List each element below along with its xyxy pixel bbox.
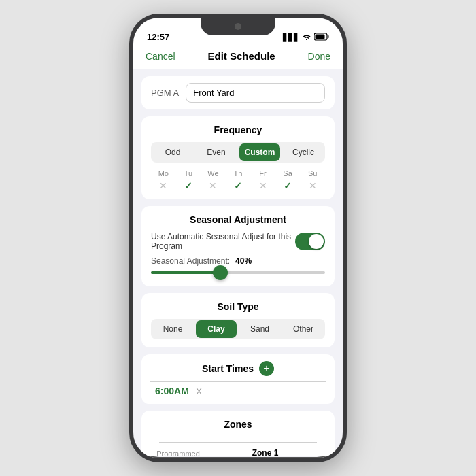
svg-rect-2	[328, 35, 329, 38]
day-su: Su	[303, 169, 322, 177]
battery-icon	[314, 33, 329, 42]
day-check-sa[interactable]: ✓	[278, 180, 297, 191]
zone-1-prog: Programmed 22 min	[151, 449, 205, 456]
zone-item-1: Programmed 22 min Zone 1 Adjusted 9 min	[151, 443, 325, 456]
day-check-tu[interactable]: ✓	[179, 180, 198, 191]
slider-thumb[interactable]	[213, 265, 228, 280]
soil-other[interactable]: Other	[283, 320, 324, 338]
auto-seasonal-label: Use Automatic Seasonal Adjust for this P…	[151, 232, 295, 251]
zone-1-info: Zone 1 Adjusted 9 min	[205, 448, 325, 456]
nav-title: Edit Schedule	[207, 50, 275, 62]
done-button[interactable]: Done	[308, 51, 330, 62]
scroll-area: PGM A Frequency Odd Even Custom Cyclic M…	[133, 69, 343, 456]
soil-type-section: Soil Type None Clay Sand Other	[141, 293, 335, 347]
soil-sand[interactable]: Sand	[239, 320, 280, 338]
day-tu: Tu	[179, 169, 198, 177]
status-icons: ▋▋▋	[283, 33, 329, 42]
start-times-label: Start Times	[202, 363, 254, 374]
svg-rect-1	[316, 35, 325, 39]
day-th: Th	[228, 169, 248, 177]
start-times-block: Start Times + 6:00AM X	[141, 354, 335, 404]
soil-clay[interactable]: Clay	[196, 320, 237, 338]
adj-label-row: Seasonal Adjustment: 40%	[151, 256, 325, 266]
time-remove-button[interactable]: X	[196, 386, 202, 396]
day-check-we[interactable]: ✕	[203, 180, 222, 191]
phone-shell: 12:57 ▋▋▋ Cancel Edit Schedule Done PGM …	[129, 14, 347, 462]
frequency-section: Frequency Odd Even Custom Cyclic Mo Tu W…	[141, 116, 335, 199]
day-check-th[interactable]: ✓	[228, 180, 248, 191]
seasonal-title: Seasonal Adjustment	[151, 214, 325, 225]
status-bar: 12:57 ▋▋▋	[133, 18, 343, 45]
time-entry: 6:00AM X	[141, 382, 335, 404]
pgm-label: PGM A	[151, 88, 179, 98]
nav-bar: Cancel Edit Schedule Done	[133, 45, 343, 69]
day-sa: Sa	[278, 169, 297, 177]
cancel-button[interactable]: Cancel	[146, 51, 175, 62]
soil-none[interactable]: None	[152, 320, 193, 338]
day-check-fr[interactable]: ✕	[254, 180, 273, 191]
day-check-row: ✕ ✓ ✕ ✓ ✕ ✓ ✕	[151, 180, 325, 191]
time-value: 6:00AM	[155, 386, 189, 396]
auto-seasonal-row: Use Automatic Seasonal Adjust for this P…	[151, 232, 325, 251]
days-row: Mo Tu We Th Fr Sa Su	[151, 169, 325, 177]
day-mo: Mo	[154, 169, 173, 177]
slider-fill	[151, 271, 220, 274]
zones-block: Zones Programmed 22 min Zone 1 Adjusted …	[141, 411, 335, 456]
soil-title: Soil Type	[151, 301, 325, 312]
wifi-icon	[302, 33, 311, 41]
status-time: 12:57	[147, 32, 169, 42]
day-fr: Fr	[254, 169, 273, 177]
seasonal-adjustment-section: Seasonal Adjustment Use Automatic Season…	[141, 206, 335, 286]
day-we: We	[203, 169, 222, 177]
freq-even[interactable]: Even	[196, 143, 237, 161]
zones-title: Zones	[151, 411, 325, 435]
adj-label: Seasonal Adjustment:	[151, 256, 230, 266]
freq-odd[interactable]: Odd	[152, 143, 193, 161]
zone-1-name: Zone 1	[205, 448, 325, 456]
seasonal-toggle[interactable]	[295, 233, 325, 250]
frequency-title: Frequency	[151, 124, 325, 135]
day-check-su[interactable]: ✕	[303, 180, 322, 191]
signal-icon: ▋▋▋	[283, 33, 299, 42]
soil-segment: None Clay Sand Other	[151, 319, 325, 339]
frequency-segment: Odd Even Custom Cyclic	[151, 142, 325, 163]
start-times-header: Start Times +	[141, 354, 335, 381]
slider-track[interactable]	[151, 271, 325, 274]
pgm-row: PGM A	[141, 76, 335, 109]
pgm-input[interactable]	[186, 83, 325, 103]
day-check-mo[interactable]: ✕	[154, 180, 173, 191]
zone-1-prog-label: Programmed	[156, 449, 200, 456]
freq-cyclic[interactable]: Cyclic	[283, 143, 324, 161]
add-start-time-button[interactable]: +	[259, 361, 274, 376]
adj-value: 40%	[235, 256, 252, 266]
freq-custom[interactable]: Custom	[239, 143, 280, 161]
